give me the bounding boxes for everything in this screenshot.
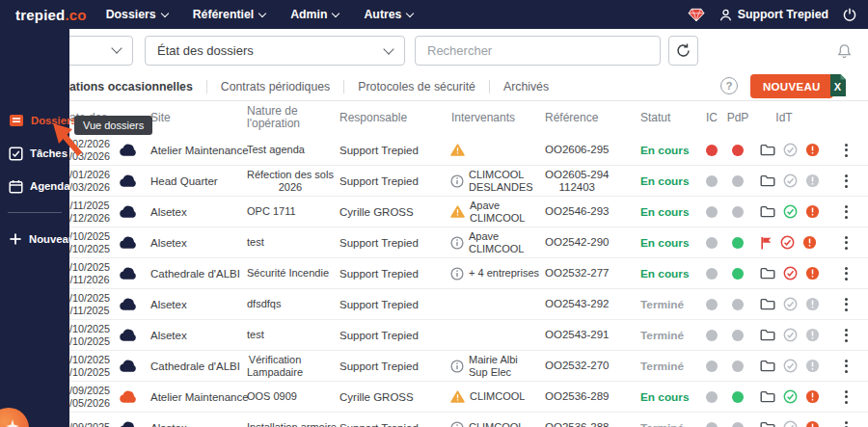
tab-protocoles-de-securite[interactable]: Protocoles de sécurité [344, 80, 489, 93]
row-menu-kebab[interactable] [837, 197, 854, 227]
pdp-indicator [723, 166, 752, 196]
check-circle-icon[interactable] [780, 235, 795, 250]
new-dossier-button[interactable]: NOUVEAU [750, 74, 833, 98]
check-circle-icon[interactable] [783, 204, 798, 219]
check-circle-icon[interactable] [783, 143, 798, 157]
menu-item-dossiers[interactable]: Dossiers [106, 8, 168, 21]
menu-item-admin[interactable]: Admin [290, 8, 339, 21]
alert-circle-icon[interactable] [805, 143, 820, 157]
alert-circle-icon[interactable] [805, 173, 820, 188]
folder-icon[interactable] [760, 329, 775, 341]
row-menu-kebab[interactable] [837, 351, 854, 381]
intervenants-cell: ApaveCLIMCOOL [450, 197, 525, 227]
check-circle-icon[interactable] [783, 328, 798, 342]
ic-indicator [698, 289, 725, 319]
sidebar-item-agenda[interactable]: Agenda [0, 170, 69, 202]
gem-icon[interactable] [688, 8, 705, 22]
table-row[interactable]: /10/2025/11/2026 Cathedrale d'ALBI Sécur… [0, 258, 868, 289]
ic-indicator [698, 166, 725, 196]
table-row[interactable]: /10/2025/10/2025 Alsetex test Support Tr… [0, 227, 868, 258]
cloud-icon [119, 351, 138, 381]
refresh-button[interactable] [668, 36, 698, 66]
menu-item-autres[interactable]: Autres [364, 8, 413, 21]
ic-indicator [698, 258, 725, 288]
tab-contrats-periodiques[interactable]: Contrats périodiques [207, 80, 343, 93]
alert-circle-icon[interactable] [805, 389, 820, 404]
table-row[interactable]: /10/2025/11/2025 Alsetex dfsdfqs Support… [0, 289, 868, 320]
check-circle-icon[interactable] [783, 297, 798, 311]
alert-circle-icon[interactable] [802, 235, 817, 250]
responsable-cell: Cyrille GROSS [339, 382, 414, 412]
nature-cell: Test agenda [247, 135, 305, 165]
row-menu-kebab[interactable] [837, 135, 854, 165]
alert-circle-icon[interactable] [805, 266, 820, 280]
ic-indicator [698, 382, 725, 412]
alert-circle-icon[interactable] [805, 328, 820, 342]
folder-icon[interactable] [760, 360, 775, 372]
row-menu-kebab[interactable] [837, 258, 854, 288]
taches-icon [9, 147, 23, 161]
folder-icon[interactable] [760, 205, 775, 218]
table-row[interactable]: /02/2026/03/2026 Atelier Maintenance Tes… [0, 135, 868, 166]
table-row[interactable]: /10/2025/10/2025 Alsetex test Support Tr… [0, 320, 868, 351]
date-range: /09/2025/05/2026 [69, 382, 110, 412]
intervenants-cell: + 4 entreprises [450, 258, 539, 288]
alert-circle-icon[interactable] [805, 420, 820, 427]
help-button[interactable]: ? [720, 77, 738, 94]
header-pdp: PdP [723, 100, 752, 135]
check-circle-icon[interactable] [783, 173, 798, 188]
header-reference: Référence [545, 100, 598, 135]
excel-export-icon[interactable]: X [827, 73, 848, 97]
search-input[interactable] [415, 36, 661, 66]
sidebar-item-nouveau[interactable]: Nouveau [0, 223, 69, 255]
alert-circle-icon[interactable] [805, 297, 820, 311]
folder-icon[interactable] [760, 174, 775, 187]
check-circle-icon[interactable] [783, 389, 798, 404]
folder-icon[interactable] [760, 267, 775, 280]
idt-actions [760, 197, 820, 227]
check-circle-icon[interactable] [783, 266, 798, 280]
alert-circle-icon[interactable] [805, 204, 820, 219]
power-icon[interactable] [843, 8, 856, 21]
folder-icon[interactable] [760, 421, 775, 427]
date-range: /10/2025/11/2025 [69, 289, 110, 319]
flag-icon[interactable] [760, 236, 773, 250]
site-cell: Alsetex [150, 227, 187, 257]
tabs: ations occasionnellesContrats périodique… [69, 73, 562, 100]
check-circle-icon[interactable] [783, 420, 798, 427]
table-row[interactable]: /11/2025/12/2026 Alsetex OPC 1711 Cyrill… [0, 197, 868, 227]
state-filter-select[interactable]: État des dossiers [145, 36, 405, 66]
app-logo[interactable]: trepied.co [15, 7, 87, 23]
table-row[interactable]: /10/2025/10/2025 Cathedrale d'ALBI Vérif… [0, 351, 868, 382]
intervenants-cell: ApaveCLIMCOOL [450, 227, 524, 257]
menu-item-referentiel[interactable]: Référentiel [193, 8, 266, 21]
menu-label: Dossiers [106, 8, 156, 21]
folder-icon[interactable] [760, 144, 775, 156]
row-menu-kebab[interactable] [837, 413, 854, 427]
header-site: Site [150, 100, 171, 135]
row-menu-kebab[interactable] [837, 166, 854, 196]
responsable-cell: Support Trepied [339, 351, 419, 381]
table-row[interactable]: /09/2025 Alsetex Installation armoire Su… [0, 413, 868, 427]
folder-icon[interactable] [760, 390, 775, 403]
table-row[interactable]: /01/2026/03/2026 Head Quarter Réfection … [0, 166, 868, 197]
row-menu-kebab[interactable] [837, 382, 854, 412]
alert-circle-icon[interactable] [805, 359, 820, 373]
folder-icon[interactable] [760, 298, 775, 310]
tab-ations-occasionnelles[interactable]: ations occasionnelles [69, 80, 206, 93]
tab-archives[interactable]: Archivés [490, 80, 562, 93]
responsable-cell: Support Trepied [339, 258, 419, 288]
row-menu-kebab[interactable] [837, 320, 854, 350]
table-row[interactable]: /09/2025/05/2026 Atelier Maintenance OOS… [0, 382, 868, 413]
date-range: /01/2026/03/2026 [69, 166, 110, 196]
intervenants-cell: CLIMCOOL [450, 382, 525, 412]
check-circle-icon[interactable] [783, 359, 798, 373]
row-menu-kebab[interactable] [837, 227, 854, 257]
notification-bell-icon[interactable] [837, 43, 852, 63]
responsable-cell: Support Trepied [339, 413, 419, 427]
user-menu[interactable]: Support Trepied [719, 8, 828, 21]
pdp-indicator [723, 289, 752, 319]
refresh-icon [675, 42, 692, 59]
info-icon [450, 236, 464, 250]
row-menu-kebab[interactable] [837, 289, 854, 319]
